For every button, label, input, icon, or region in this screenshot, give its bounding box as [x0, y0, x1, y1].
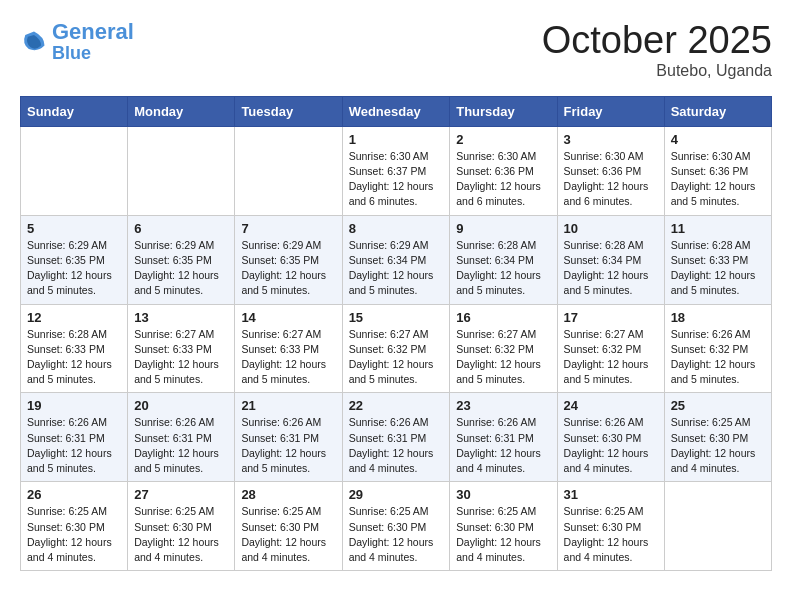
day-info: Sunrise: 6:27 AM Sunset: 6:33 PM Dayligh… [134, 327, 228, 388]
day-number: 23 [456, 398, 550, 413]
logo-text: General Blue [52, 20, 134, 64]
day-number: 24 [564, 398, 658, 413]
day-info: Sunrise: 6:25 AM Sunset: 6:30 PM Dayligh… [27, 504, 121, 565]
calendar-week-row: 19Sunrise: 6:26 AM Sunset: 6:31 PM Dayli… [21, 393, 772, 482]
day-info: Sunrise: 6:26 AM Sunset: 6:31 PM Dayligh… [349, 415, 444, 476]
calendar-cell: 14Sunrise: 6:27 AM Sunset: 6:33 PM Dayli… [235, 304, 342, 393]
day-number: 17 [564, 310, 658, 325]
calendar-cell: 21Sunrise: 6:26 AM Sunset: 6:31 PM Dayli… [235, 393, 342, 482]
day-number: 14 [241, 310, 335, 325]
day-info: Sunrise: 6:25 AM Sunset: 6:30 PM Dayligh… [349, 504, 444, 565]
day-info: Sunrise: 6:25 AM Sunset: 6:30 PM Dayligh… [564, 504, 658, 565]
day-number: 5 [27, 221, 121, 236]
calendar-cell: 10Sunrise: 6:28 AM Sunset: 6:34 PM Dayli… [557, 215, 664, 304]
calendar-cell [128, 126, 235, 215]
day-number: 2 [456, 132, 550, 147]
calendar-cell: 26Sunrise: 6:25 AM Sunset: 6:30 PM Dayli… [21, 482, 128, 571]
day-number: 9 [456, 221, 550, 236]
day-info: Sunrise: 6:28 AM Sunset: 6:34 PM Dayligh… [564, 238, 658, 299]
day-number: 1 [349, 132, 444, 147]
weekday-header: Friday [557, 96, 664, 126]
day-number: 13 [134, 310, 228, 325]
day-number: 19 [27, 398, 121, 413]
day-info: Sunrise: 6:30 AM Sunset: 6:36 PM Dayligh… [671, 149, 765, 210]
day-number: 3 [564, 132, 658, 147]
calendar-cell: 31Sunrise: 6:25 AM Sunset: 6:30 PM Dayli… [557, 482, 664, 571]
location: Butebo, Uganda [542, 62, 772, 80]
day-info: Sunrise: 6:26 AM Sunset: 6:31 PM Dayligh… [241, 415, 335, 476]
day-number: 26 [27, 487, 121, 502]
day-number: 25 [671, 398, 765, 413]
day-number: 27 [134, 487, 228, 502]
calendar-week-row: 12Sunrise: 6:28 AM Sunset: 6:33 PM Dayli… [21, 304, 772, 393]
day-info: Sunrise: 6:30 AM Sunset: 6:37 PM Dayligh… [349, 149, 444, 210]
day-number: 10 [564, 221, 658, 236]
weekday-header: Wednesday [342, 96, 450, 126]
day-number: 31 [564, 487, 658, 502]
calendar-cell [21, 126, 128, 215]
calendar-cell: 20Sunrise: 6:26 AM Sunset: 6:31 PM Dayli… [128, 393, 235, 482]
calendar-cell: 13Sunrise: 6:27 AM Sunset: 6:33 PM Dayli… [128, 304, 235, 393]
day-number: 29 [349, 487, 444, 502]
calendar-cell: 3Sunrise: 6:30 AM Sunset: 6:36 PM Daylig… [557, 126, 664, 215]
calendar-cell: 8Sunrise: 6:29 AM Sunset: 6:34 PM Daylig… [342, 215, 450, 304]
weekday-header: Saturday [664, 96, 771, 126]
calendar-cell: 2Sunrise: 6:30 AM Sunset: 6:36 PM Daylig… [450, 126, 557, 215]
day-number: 20 [134, 398, 228, 413]
calendar-cell [664, 482, 771, 571]
day-number: 12 [27, 310, 121, 325]
calendar-cell: 29Sunrise: 6:25 AM Sunset: 6:30 PM Dayli… [342, 482, 450, 571]
calendar-cell: 12Sunrise: 6:28 AM Sunset: 6:33 PM Dayli… [21, 304, 128, 393]
calendar-cell: 6Sunrise: 6:29 AM Sunset: 6:35 PM Daylig… [128, 215, 235, 304]
day-info: Sunrise: 6:27 AM Sunset: 6:33 PM Dayligh… [241, 327, 335, 388]
day-number: 30 [456, 487, 550, 502]
day-info: Sunrise: 6:27 AM Sunset: 6:32 PM Dayligh… [456, 327, 550, 388]
weekday-header-row: SundayMondayTuesdayWednesdayThursdayFrid… [21, 96, 772, 126]
calendar-cell: 9Sunrise: 6:28 AM Sunset: 6:34 PM Daylig… [450, 215, 557, 304]
calendar-cell: 5Sunrise: 6:29 AM Sunset: 6:35 PM Daylig… [21, 215, 128, 304]
page-header: General Blue October 2025 Butebo, Uganda [20, 20, 772, 80]
calendar-cell: 24Sunrise: 6:26 AM Sunset: 6:30 PM Dayli… [557, 393, 664, 482]
calendar-cell: 27Sunrise: 6:25 AM Sunset: 6:30 PM Dayli… [128, 482, 235, 571]
weekday-header: Tuesday [235, 96, 342, 126]
calendar: SundayMondayTuesdayWednesdayThursdayFrid… [20, 96, 772, 571]
calendar-cell: 30Sunrise: 6:25 AM Sunset: 6:30 PM Dayli… [450, 482, 557, 571]
day-info: Sunrise: 6:26 AM Sunset: 6:31 PM Dayligh… [456, 415, 550, 476]
day-info: Sunrise: 6:25 AM Sunset: 6:30 PM Dayligh… [671, 415, 765, 476]
calendar-week-row: 5Sunrise: 6:29 AM Sunset: 6:35 PM Daylig… [21, 215, 772, 304]
calendar-week-row: 1Sunrise: 6:30 AM Sunset: 6:37 PM Daylig… [21, 126, 772, 215]
calendar-cell: 11Sunrise: 6:28 AM Sunset: 6:33 PM Dayli… [664, 215, 771, 304]
day-info: Sunrise: 6:30 AM Sunset: 6:36 PM Dayligh… [456, 149, 550, 210]
weekday-header: Thursday [450, 96, 557, 126]
calendar-cell: 18Sunrise: 6:26 AM Sunset: 6:32 PM Dayli… [664, 304, 771, 393]
day-number: 7 [241, 221, 335, 236]
day-info: Sunrise: 6:28 AM Sunset: 6:33 PM Dayligh… [671, 238, 765, 299]
month-title: October 2025 [542, 20, 772, 62]
logo: General Blue [20, 20, 134, 64]
title-block: October 2025 Butebo, Uganda [542, 20, 772, 80]
day-info: Sunrise: 6:29 AM Sunset: 6:35 PM Dayligh… [27, 238, 121, 299]
calendar-cell: 22Sunrise: 6:26 AM Sunset: 6:31 PM Dayli… [342, 393, 450, 482]
calendar-cell: 4Sunrise: 6:30 AM Sunset: 6:36 PM Daylig… [664, 126, 771, 215]
day-number: 4 [671, 132, 765, 147]
day-info: Sunrise: 6:27 AM Sunset: 6:32 PM Dayligh… [564, 327, 658, 388]
day-info: Sunrise: 6:29 AM Sunset: 6:34 PM Dayligh… [349, 238, 444, 299]
day-number: 16 [456, 310, 550, 325]
day-number: 21 [241, 398, 335, 413]
day-number: 28 [241, 487, 335, 502]
calendar-cell: 25Sunrise: 6:25 AM Sunset: 6:30 PM Dayli… [664, 393, 771, 482]
logo-icon [20, 28, 48, 56]
calendar-cell: 28Sunrise: 6:25 AM Sunset: 6:30 PM Dayli… [235, 482, 342, 571]
day-info: Sunrise: 6:28 AM Sunset: 6:33 PM Dayligh… [27, 327, 121, 388]
day-number: 11 [671, 221, 765, 236]
calendar-cell: 7Sunrise: 6:29 AM Sunset: 6:35 PM Daylig… [235, 215, 342, 304]
day-number: 8 [349, 221, 444, 236]
day-info: Sunrise: 6:29 AM Sunset: 6:35 PM Dayligh… [241, 238, 335, 299]
calendar-cell: 17Sunrise: 6:27 AM Sunset: 6:32 PM Dayli… [557, 304, 664, 393]
day-number: 6 [134, 221, 228, 236]
day-info: Sunrise: 6:28 AM Sunset: 6:34 PM Dayligh… [456, 238, 550, 299]
day-info: Sunrise: 6:26 AM Sunset: 6:32 PM Dayligh… [671, 327, 765, 388]
day-info: Sunrise: 6:30 AM Sunset: 6:36 PM Dayligh… [564, 149, 658, 210]
calendar-cell: 23Sunrise: 6:26 AM Sunset: 6:31 PM Dayli… [450, 393, 557, 482]
weekday-header: Monday [128, 96, 235, 126]
